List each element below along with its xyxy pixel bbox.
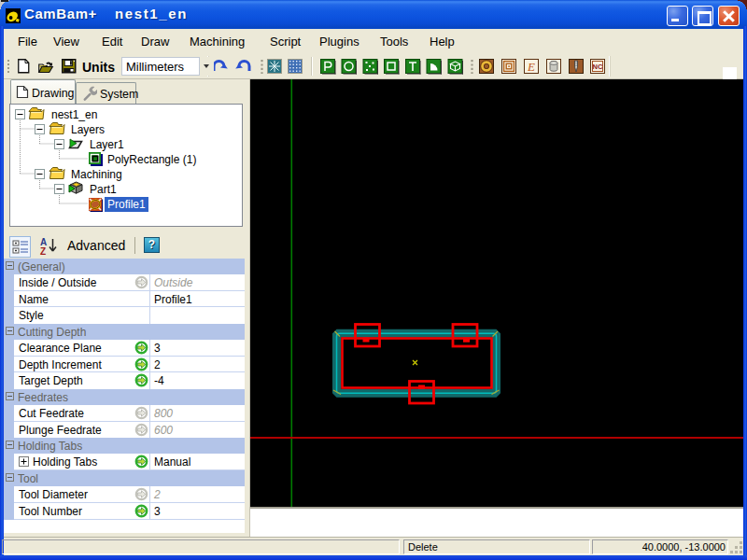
- svg-text:Z: Z: [40, 246, 46, 257]
- svg-text:NC: NC: [593, 63, 603, 71]
- svg-text:E: E: [527, 60, 535, 74]
